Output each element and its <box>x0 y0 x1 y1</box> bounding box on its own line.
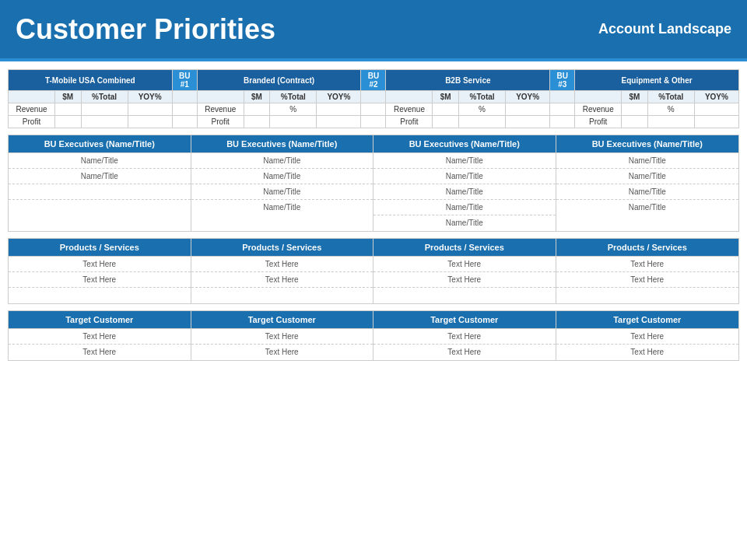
products-col-0: Products / ServicesText HereText Here <box>9 239 191 303</box>
products-col-2: Products / ServicesText HereText Here <box>374 239 556 303</box>
equip-revenue-label: Revenue <box>575 103 622 116</box>
bu1-rev-spacer <box>172 103 197 116</box>
exec-col-0: BU Executives (Name/Title)Name/TitleName… <box>9 135 191 231</box>
financial-table: T-Mobile USA Combined BU#1 Branded (Cont… <box>8 69 739 128</box>
tmobile-revenue-pct <box>81 103 128 116</box>
tmobile-revenue-label: Revenue <box>9 103 55 116</box>
exec-col-1-row-3: Name/Title <box>191 200 374 215</box>
b2b-revenue-pct: % <box>459 103 506 116</box>
exec-col-2-row-4: Name/Title <box>374 215 556 231</box>
b2b-profit-pct <box>459 116 506 128</box>
target-customer-section: Target CustomerText HereText HereTarget … <box>8 310 739 361</box>
target-col-1-row-1: Text Here <box>191 345 374 360</box>
executives-section: BU Executives (Name/Title)Name/TitleName… <box>8 135 739 232</box>
products-col-1-row-1: Text Here <box>191 272 374 288</box>
equip-profit-yoy <box>694 116 738 128</box>
exec-col-2-row-0: Name/Title <box>374 153 556 169</box>
exec-col-1-row-2: Name/Title <box>191 184 374 200</box>
target-col-1: Target CustomerText HereText Here <box>191 311 374 360</box>
products-col-3-header: Products / Services <box>556 239 739 257</box>
branded-revenue-yoy <box>317 103 361 116</box>
equip-blank-col <box>575 91 622 103</box>
b2b-profit-label: Profit <box>386 116 433 128</box>
branded-sm: $M <box>244 91 270 103</box>
target-col-3-header: Target Customer <box>556 311 739 329</box>
products-col-3-row-1: Text Here <box>556 272 739 288</box>
bu3-tag: BU#3 <box>550 70 575 91</box>
products-col-2-row-1: Text Here <box>374 272 556 288</box>
exec-col-1-row-0: Name/Title <box>191 153 374 169</box>
b2b-pct: %Total <box>459 91 506 103</box>
equip-revenue-yoy <box>694 103 738 116</box>
equip-sm: $M <box>622 91 648 103</box>
exec-col-0-row-2 <box>9 184 191 200</box>
tmobile-revenue-sm <box>55 103 82 116</box>
b2b-sm: $M <box>433 91 459 103</box>
b2b-profit-sm <box>433 116 459 128</box>
branded-revenue-label: Revenue <box>197 103 244 116</box>
exec-col-3-header: BU Executives (Name/Title) <box>556 135 739 153</box>
target-col-1-row-0: Text Here <box>191 329 374 345</box>
b2b-revenue-sm <box>433 103 459 116</box>
tmobile-profit-yoy <box>128 116 172 128</box>
b2b-header: B2B Service <box>386 70 550 91</box>
bu3-rev-spacer <box>550 103 575 116</box>
equip-revenue-pct: % <box>647 103 694 116</box>
b2b-revenue-label: Revenue <box>386 103 433 116</box>
tmobile-profit-pct <box>81 116 128 128</box>
equip-pct: %Total <box>647 91 694 103</box>
branded-yoy: YOY% <box>317 91 361 103</box>
products-col-1-header: Products / Services <box>191 239 374 257</box>
equip-profit-pct <box>647 116 694 128</box>
equip-profit-label: Profit <box>575 116 622 128</box>
products-col-3: Products / ServicesText HereText Here <box>556 239 739 303</box>
exec-col-0-row-3 <box>9 200 191 215</box>
branded-profit-pct <box>270 116 317 128</box>
target-col-2-header: Target Customer <box>374 311 556 329</box>
equip-revenue-sm <box>622 103 648 116</box>
products-col-2-row-0: Text Here <box>374 257 556 272</box>
exec-col-0-header: BU Executives (Name/Title) <box>9 135 191 153</box>
bu1-spacer <box>172 91 197 103</box>
exec-col-1-row-1: Name/Title <box>191 169 374 184</box>
products-col-0-header: Products / Services <box>9 239 191 257</box>
bu3-profit-spacer <box>550 116 575 128</box>
branded-revenue-sm <box>244 103 270 116</box>
target-col-0: Target CustomerText HereText Here <box>9 311 191 360</box>
tmobile-revenue-yoy <box>128 103 172 116</box>
products-col-0-row-0: Text Here <box>9 257 191 272</box>
exec-col-2-header: BU Executives (Name/Title) <box>374 135 556 153</box>
branded-profit-yoy <box>317 116 361 128</box>
target-col-3-row-1: Text Here <box>556 345 739 360</box>
branded-profit-sm <box>244 116 270 128</box>
products-col-1-row-0: Text Here <box>191 257 374 272</box>
equip-header: Equipment & Other <box>575 70 739 91</box>
tmobile-blank-col <box>9 91 55 103</box>
products-col-3-row-0: Text Here <box>556 257 739 272</box>
bu3-spacer <box>550 91 575 103</box>
products-col-0-row-1: Text Here <box>9 272 191 288</box>
products-col-2-header: Products / Services <box>374 239 556 257</box>
target-col-0-header: Target Customer <box>9 311 191 329</box>
exec-col-2-row-2: Name/Title <box>374 184 556 200</box>
equip-yoy: YOY% <box>694 91 738 103</box>
tmobile-profit-label: Profit <box>9 116 55 128</box>
tmobile-sm: $M <box>55 91 82 103</box>
tmobile-yoy: YOY% <box>128 91 172 103</box>
target-col-0-row-1: Text Here <box>9 345 191 360</box>
exec-col-3-row-2: Name/Title <box>556 184 739 200</box>
target-col-2-row-0: Text Here <box>374 329 556 345</box>
products-col-2-row-2 <box>374 288 556 303</box>
branded-pct: %Total <box>270 91 317 103</box>
products-col-1: Products / ServicesText HereText Here <box>191 239 374 303</box>
target-col-0-row-0: Text Here <box>9 329 191 345</box>
bu1-tag: BU#1 <box>172 70 197 91</box>
branded-revenue-pct: % <box>270 103 317 116</box>
branded-profit-label: Profit <box>197 116 244 128</box>
exec-col-3-row-1: Name/Title <box>556 169 739 184</box>
exec-col-2-row-3: Name/Title <box>374 200 556 215</box>
equip-profit-sm <box>622 116 648 128</box>
page-subtitle: Account Landscape <box>598 21 731 37</box>
products-col-3-row-2 <box>556 288 739 303</box>
products-col-0-row-2 <box>9 288 191 303</box>
